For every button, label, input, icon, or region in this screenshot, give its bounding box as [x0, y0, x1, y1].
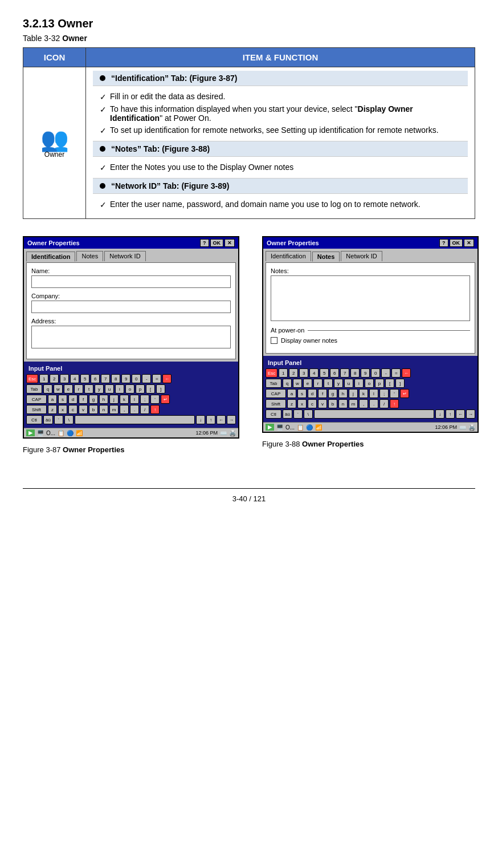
key-comma[interactable]: , [120, 405, 129, 414]
key-space[interactable] [75, 415, 195, 424]
key-backtick[interactable]: ` [54, 415, 63, 424]
figure-87-ok-button[interactable]: OK [210, 239, 224, 247]
figure-87-close-button[interactable]: ✕ [224, 239, 235, 247]
key2-u[interactable]: u [344, 379, 353, 388]
key2-cap[interactable]: CAP [266, 389, 286, 398]
key2-b[interactable]: b [328, 399, 337, 408]
figure-88-ok-button[interactable]: OK [450, 239, 463, 247]
key2-backslash[interactable]: \ [304, 409, 313, 419]
figure-87-tab-notes[interactable]: Notes [76, 251, 103, 261]
key2-a[interactable]: a [287, 389, 296, 398]
key-u[interactable]: u [105, 384, 114, 394]
key2-minus[interactable]: - [381, 368, 390, 378]
figure-88-help-button[interactable]: ? [439, 239, 448, 247]
key-esc[interactable]: Esc [26, 374, 38, 383]
key-q[interactable]: q [43, 384, 52, 394]
key2-lbracket[interactable]: [ [385, 379, 394, 388]
key2-s[interactable]: s [297, 389, 307, 398]
figure-87-tab-identification[interactable]: Identification [26, 252, 75, 262]
key2-w[interactable]: w [293, 379, 302, 388]
key-cap[interactable]: CAP [26, 395, 47, 404]
key2-n[interactable]: n [338, 399, 348, 408]
key2-0[interactable]: 0 [371, 368, 380, 378]
key-period[interactable]: . [130, 405, 139, 414]
key2-f[interactable]: f [318, 389, 327, 398]
key-up2[interactable]: ↑ [206, 415, 215, 424]
key2-left[interactable]: ← [456, 409, 465, 419]
figure-88-tab-notes[interactable]: Notes [312, 252, 340, 262]
key2-x[interactable]: x [297, 399, 307, 408]
key-9[interactable]: 9 [121, 374, 130, 383]
key2-right[interactable]: → [466, 409, 475, 419]
key2-period[interactable]: . [369, 399, 378, 408]
key-o[interactable]: o [125, 384, 134, 394]
key-4[interactable]: 4 [70, 374, 79, 383]
key-k[interactable]: k [120, 395, 129, 404]
key-2[interactable]: 2 [50, 374, 59, 383]
key2-m[interactable]: m [349, 399, 358, 408]
key-backslash[interactable]: \ [64, 415, 74, 424]
key-y[interactable]: y [95, 384, 104, 394]
notes-textarea[interactable] [271, 275, 470, 321]
key2-backtick[interactable]: ` [293, 409, 303, 419]
key-rbracket[interactable]: ] [156, 384, 165, 394]
key-semicolon[interactable]: ; [140, 395, 149, 404]
key-down[interactable]: ↓ [196, 415, 205, 424]
figure-88-tab-identification[interactable]: Identification [266, 251, 311, 261]
key-up[interactable]: ↑ [150, 405, 160, 414]
key-c[interactable]: c [68, 405, 77, 414]
key2-r[interactable]: r [313, 379, 323, 388]
key2-esc[interactable]: Esc [266, 368, 277, 378]
key2-v[interactable]: v [318, 399, 327, 408]
key2-equals[interactable]: = [391, 368, 401, 378]
key-r[interactable]: r [74, 384, 83, 394]
key-left[interactable]: ← [217, 415, 226, 424]
key2-space[interactable] [314, 409, 434, 419]
key2-5[interactable]: 5 [320, 368, 329, 378]
figure-88-close-button[interactable]: ✕ [464, 239, 474, 247]
key2-o[interactable]: o [365, 379, 374, 388]
key-m[interactable]: m [109, 405, 119, 414]
key-x[interactable]: x [58, 405, 67, 414]
key2-1[interactable]: 1 [279, 368, 288, 378]
key-equals[interactable]: = [152, 374, 161, 383]
key-p[interactable]: p [136, 384, 145, 394]
key-lbracket[interactable]: [ [146, 384, 155, 394]
key2-enter[interactable]: ↵ [400, 389, 409, 398]
key-d[interactable]: d [68, 395, 77, 404]
key2-up2[interactable]: ↑ [446, 409, 455, 419]
key-f[interactable]: f [79, 395, 88, 404]
key-t[interactable]: t [84, 384, 93, 394]
key2-6[interactable]: 6 [330, 368, 339, 378]
key2-8[interactable]: 8 [350, 368, 360, 378]
key2-down[interactable]: ↓ [435, 409, 444, 419]
key-backspace[interactable]: ← [162, 374, 172, 383]
key-quote[interactable]: ' [150, 395, 160, 404]
key-1[interactable]: 1 [39, 374, 48, 383]
key2-ctl[interactable]: Ctl [266, 409, 281, 419]
key-5[interactable]: 5 [80, 374, 89, 383]
key2-d[interactable]: d [308, 389, 317, 398]
key2-y[interactable]: y [334, 379, 343, 388]
start-button-2[interactable]: ▶ [266, 424, 274, 431]
key-enter[interactable]: ↵ [161, 395, 170, 404]
key-w[interactable]: w [54, 384, 63, 394]
key2-quote[interactable]: ' [390, 389, 399, 398]
key2-k[interactable]: k [359, 389, 368, 398]
key2-rbracket[interactable]: ] [395, 379, 405, 388]
company-input[interactable] [31, 301, 231, 313]
key-h[interactable]: h [99, 395, 108, 404]
key2-e[interactable]: e [303, 379, 312, 388]
key-i[interactable]: i [115, 384, 124, 394]
display-owner-notes-checkbox[interactable] [271, 337, 277, 344]
name-input[interactable] [31, 275, 231, 288]
key2-up[interactable]: ↑ [390, 399, 399, 408]
key2-t[interactable]: t [324, 379, 333, 388]
key-tab[interactable]: Tab [26, 384, 42, 394]
figure-87-tab-networkid[interactable]: Network ID [104, 251, 145, 261]
key2-shift[interactable]: Shift [266, 399, 286, 408]
key2-4[interactable]: 4 [309, 368, 319, 378]
key2-tab[interactable]: Tab [266, 379, 281, 388]
key-s[interactable]: s [58, 395, 67, 404]
key-v[interactable]: v [79, 405, 88, 414]
